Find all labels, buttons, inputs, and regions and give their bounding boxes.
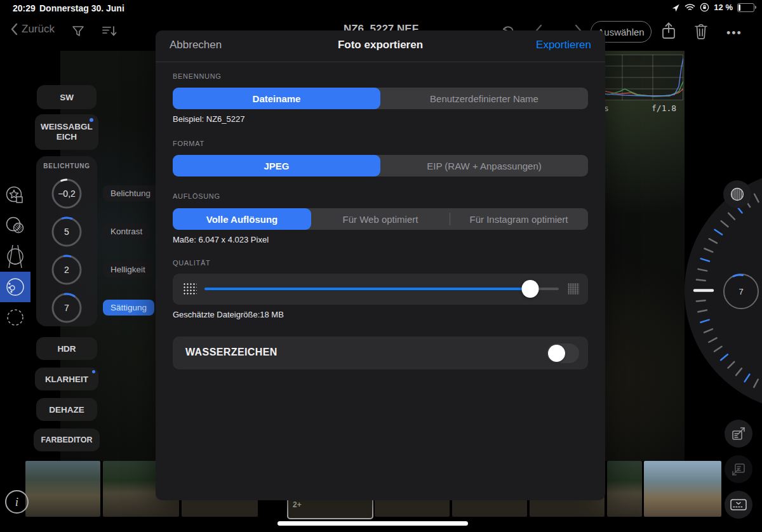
resolution-segmented-control: Volle Auflösung Für Web optimiert Für In… xyxy=(173,208,588,230)
belichtung-label[interactable]: Belichtung xyxy=(103,185,158,201)
hide-panel-button[interactable] xyxy=(725,491,752,519)
status-bar: 20:29 Donnerstag 30. Juni 12 % xyxy=(0,0,762,17)
export-dialog: Abbrechen Foto exportieren Exportieren B… xyxy=(156,30,605,500)
blend-circles-icon[interactable] xyxy=(0,211,30,241)
effects-star-icon[interactable] xyxy=(0,180,30,211)
dehaze-button[interactable]: DEHAZE xyxy=(36,398,97,421)
format-segmented-control: JPEG EIP (RAW + Anpassungen) xyxy=(173,155,588,176)
location-icon xyxy=(671,3,680,12)
battery-percent: 12 % xyxy=(714,3,733,12)
segment-benutzerdefinierter-name[interactable]: Benutzerdefinierter Name xyxy=(380,88,588,109)
stack-count-badge: 2+ xyxy=(293,500,302,509)
weissabgleich-label: WEISSABGLEICH xyxy=(40,122,93,142)
texture-tool-button[interactable] xyxy=(723,180,751,208)
toggle-knob xyxy=(548,345,565,362)
sw-label: SW xyxy=(60,93,74,102)
quality-slider-fill xyxy=(204,288,530,290)
segment-volle-aufloesung[interactable]: Volle Auflösung xyxy=(173,208,311,230)
helligkeit-label[interactable]: Helligkeit xyxy=(103,262,153,277)
belichtung-panel: BELICHTUNG −0,2 5 2 7 xyxy=(36,156,97,326)
qualitaet-section-label: QUALITÄT xyxy=(173,259,210,267)
weissabgleich-active-dot xyxy=(90,118,93,122)
kontrast-label[interactable]: Kontrast xyxy=(103,223,150,239)
format-section-label: FORMAT xyxy=(173,140,204,147)
helligkeit-dial-value: 2 xyxy=(51,254,83,286)
segment-eip[interactable]: EIP (RAW + Anpassungen) xyxy=(380,155,588,176)
adjustment-dial[interactable]: 7 xyxy=(723,274,759,309)
filmstrip-thumbnail[interactable] xyxy=(25,461,100,517)
filmstrip-thumbnail[interactable] xyxy=(607,461,642,517)
segment-jpeg[interactable]: JPEG xyxy=(173,155,380,176)
trash-icon[interactable] xyxy=(693,22,709,39)
status-date: Donnerstag 30. Juni xyxy=(39,3,124,13)
orientation-lock-icon xyxy=(700,3,709,12)
naming-example-hint: Beispiel: NZ6_5227 xyxy=(173,114,244,124)
filesize-hint: Geschätzte Dateigröße:18 MB xyxy=(173,310,284,319)
status-icons: 12 % xyxy=(671,3,754,12)
import-settings-button[interactable] xyxy=(725,455,752,483)
sw-button[interactable]: SW xyxy=(37,85,97,109)
saettigung-dial-value: 7 xyxy=(51,292,83,324)
more-icon[interactable]: ••• xyxy=(726,27,742,40)
belichtung-dial-value: −0,2 xyxy=(51,178,83,209)
clock: 20:29 xyxy=(13,3,36,13)
app-screen: 20:29 Donnerstag 30. Juni 12 % Zurück xyxy=(0,0,762,532)
dialog-header: Abbrechen Foto exportieren Exportieren xyxy=(156,30,605,62)
saettigung-label[interactable]: Sättigung xyxy=(103,300,154,316)
quality-high-icon xyxy=(568,283,579,295)
benennung-section-label: BENENNUNG xyxy=(173,72,222,80)
home-indicator[interactable] xyxy=(277,521,468,526)
battery-icon xyxy=(737,3,754,12)
watermark-row: WASSERZEICHEN xyxy=(173,336,588,369)
klarheit-active-dot xyxy=(92,370,95,373)
segment-divider xyxy=(450,213,450,225)
watermark-label: WASSERZEICHEN xyxy=(185,347,277,358)
wifi-icon xyxy=(685,3,695,11)
quality-slider[interactable] xyxy=(204,288,559,290)
dashed-circle-icon[interactable] xyxy=(0,302,30,333)
aperture-value: f/1.8 xyxy=(652,103,676,113)
quality-slider-knob[interactable] xyxy=(522,280,539,298)
segment-dateiname[interactable]: Dateiname xyxy=(173,88,380,109)
export-button[interactable]: Exportieren xyxy=(536,39,591,51)
tool-rail xyxy=(0,180,30,333)
info-button[interactable]: i xyxy=(5,490,29,514)
farbeditor-button[interactable]: FARBEDITOR xyxy=(34,429,100,451)
dimensions-hint: Maße: 6.047 x 4.023 Pixel xyxy=(173,235,269,244)
quality-low-icon xyxy=(183,283,197,296)
aufloesung-section-label: AUFLÖSUNG xyxy=(173,192,220,200)
radial-filter-icon[interactable] xyxy=(0,272,30,302)
naming-segmented-control: Dateiname Benutzerdefinierter Name xyxy=(173,88,588,109)
belichtung-dial[interactable]: −0,2 xyxy=(51,178,83,209)
segment-web-optimiert[interactable]: Für Web optimiert xyxy=(311,208,450,230)
kontrast-dial-value: 5 xyxy=(51,216,83,248)
filmstrip-thumbnail[interactable] xyxy=(644,461,721,517)
weissabgleich-button[interactable]: WEISSABGLEICH xyxy=(35,114,98,150)
quality-slider-row xyxy=(173,274,588,305)
klarheit-button[interactable]: KLARHEIT xyxy=(35,368,98,390)
segment-instagram-optimiert[interactable]: Für Instagram optimiert xyxy=(450,208,588,230)
watermark-toggle[interactable] xyxy=(547,343,579,363)
lens-blur-icon[interactable] xyxy=(0,241,30,272)
helligkeit-dial[interactable]: 2 xyxy=(51,254,83,286)
belichtung-panel-title: BELICHTUNG xyxy=(36,163,97,170)
saettigung-dial[interactable]: 7 xyxy=(51,292,83,324)
hdr-button[interactable]: HDR xyxy=(36,337,97,360)
share-icon[interactable] xyxy=(660,22,677,41)
kontrast-dial[interactable]: 5 xyxy=(51,216,83,248)
export-settings-button[interactable] xyxy=(725,420,752,448)
